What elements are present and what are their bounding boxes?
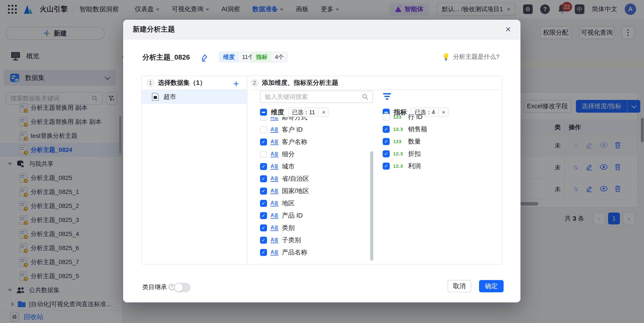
theme-name: 分析主题_0826 [142,50,190,64]
add-dataset-button[interactable] [233,78,239,89]
what-is-theme-link[interactable]: 分析主题是什么? [442,52,500,61]
dimensions-select-all-checkbox[interactable] [260,109,267,116]
builder-panel: 1 选择数据集（1） 2 添加维度、指标至分析主题 超市 [141,76,502,264]
checkbox[interactable] [260,200,267,207]
string-field-icon: A≣ [270,151,278,157]
field-row[interactable]: A≣城市 [260,160,376,173]
edit-name-icon[interactable] [200,53,208,62]
number-field-icon: 123 [393,114,404,120]
step2-title: 添加维度、指标至分析主题 [262,78,338,87]
field-row[interactable]: A≣子类别 [260,234,376,246]
metric-count-tag: 指标4个 [252,52,288,62]
field-row[interactable]: A≣国家/地区 [260,185,376,197]
confirm-button[interactable]: 确定 [479,280,504,292]
field-row[interactable]: A≣类别 [260,222,376,234]
search-icon [362,93,369,100]
cancel-button[interactable]: 取消 [448,280,471,292]
string-field-icon: A≣ [270,200,278,206]
string-field-icon: A≣ [270,127,278,133]
number-field-icon: 12.3 [393,151,404,156]
step2-header: 2 添加维度、指标至分析主题 [250,76,502,90]
dimensions-scrollbar[interactable] [370,151,373,261]
checkbox[interactable] [383,126,390,133]
field-row[interactable]: A≣地区 [260,197,376,210]
field-search[interactable] [260,91,373,103]
dialog-header: 新建分析主题 [123,20,520,40]
dimensions-list: A≣邮寄方式 A≣客户 ID A≣客户名称 A≣细分 A≣城市 A≣省/自治区 … [260,117,376,261]
string-field-icon: A≣ [270,212,278,219]
checkbox[interactable] [383,162,390,170]
field-row[interactable]: A≣细分 [260,148,376,160]
checkbox[interactable] [260,117,267,121]
checkbox[interactable] [260,237,267,244]
field-row[interactable]: A≣客户 ID [260,124,376,136]
close-icon[interactable] [505,25,511,34]
panel-divider [247,76,247,264]
field-row[interactable]: 12.3利润 [383,160,496,172]
field-row[interactable]: A≣产品 ID [260,210,376,222]
string-field-icon: A≣ [270,176,278,182]
field-row[interactable]: 12.3销售额 [383,123,496,136]
checkbox[interactable] [260,151,267,158]
step1-title: 选择数据集（1） [158,78,206,87]
field-row[interactable]: 123数量 [383,136,496,148]
field-filter-icon[interactable] [383,93,392,100]
clear-selection-icon[interactable] [318,108,328,116]
checkbox[interactable] [260,163,267,170]
field-row[interactable]: 12.3折扣 [383,148,496,160]
dimensions-group-header: 维度 已选：11 [260,106,329,118]
step1-header: 1 选择数据集（1） [146,76,246,90]
checkbox[interactable] [260,224,267,232]
string-field-icon: A≣ [270,164,278,170]
checkbox[interactable] [383,138,390,145]
field-row[interactable]: A≣客户名称 [260,136,376,148]
field-row[interactable]: 123行 ID [383,111,496,123]
app-window: 火山引擎 智能数据洞察 仪表盘 可视化查询 AI洞察 数据准备 画板 更多 智能… [0,0,644,323]
metrics-list: 123行 ID 12.3销售额 123数量 12.3折扣 12.3利润 [383,116,496,172]
checkbox[interactable] [260,126,267,133]
string-field-icon: A≣ [270,225,278,231]
field-search-input[interactable] [264,93,362,100]
dimensions-selected-pill: 已选：11 [288,107,329,117]
field-row[interactable]: A≣省/自治区 [260,173,376,185]
lightbulb-icon [442,53,450,61]
field-row[interactable]: A≣产品名称 [260,246,376,258]
dataset-item-selected[interactable]: 超市 [142,90,247,104]
string-field-icon: A≣ [270,249,278,256]
dataset-doc-icon [152,92,159,101]
string-field-icon: A≣ [270,237,278,243]
new-analysis-theme-dialog: 新建分析主题 分析主题_0826 维度11个 指标4个 分析主题是什么? 1 选… [123,20,520,302]
field-row[interactable]: A≣邮寄方式 [260,117,376,124]
number-field-icon: 12.3 [393,164,404,169]
checkbox[interactable] [260,138,267,146]
step1-number: 1 [146,79,154,87]
dialog-title: 新建分析主题 [133,24,175,34]
string-field-icon: A≣ [270,139,278,145]
step2-number: 2 [250,79,258,87]
checkbox[interactable] [383,150,390,157]
checkbox[interactable] [383,114,390,120]
checkbox[interactable] [260,249,267,256]
category-inherit-toggle[interactable] [174,283,190,292]
string-field-icon: A≣ [270,117,278,120]
checkbox[interactable] [260,175,267,182]
checkbox[interactable] [260,188,267,194]
checkbox[interactable] [260,212,267,219]
number-field-icon: 123 [393,139,404,144]
number-field-icon: 12.3 [393,127,404,132]
string-field-icon: A≣ [270,188,278,194]
